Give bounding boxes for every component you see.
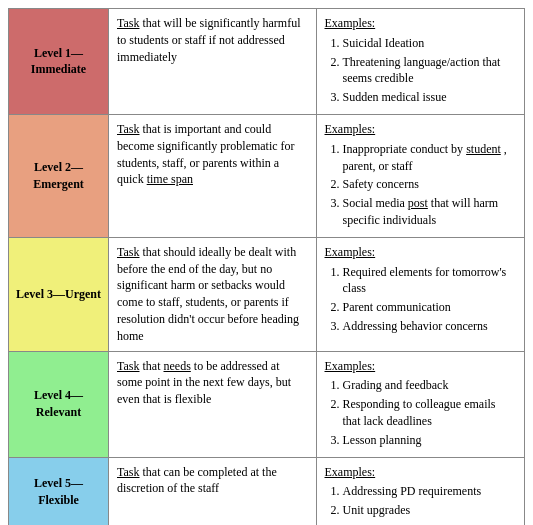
list-item: Addressing PD requirements [343, 483, 517, 500]
table-row: Level 2—Emergent Task that is important … [9, 115, 524, 238]
post-underline: post [408, 196, 428, 210]
level-5-examples: Examples: Addressing PD requirements Uni… [317, 458, 525, 525]
list-item: Parent communication [343, 299, 517, 316]
level-3-examples-label: Examples: [325, 244, 517, 261]
level-5-cell: Level 5—Flexible [9, 458, 109, 525]
level-5-label: Level 5—Flexible [15, 475, 102, 509]
task-word-1: Task [117, 16, 140, 30]
level-2-description: Task that is important and could become … [109, 115, 317, 237]
level-3-examples-list: Required elements for tomorrow's class P… [325, 264, 517, 335]
task-word-2: Task [117, 122, 140, 136]
task-word-4: Task [117, 359, 140, 373]
priority-table: Level 1—Immediate Task that will be sign… [8, 8, 525, 525]
level-2-examples-list: Inappropriate conduct by student , paren… [325, 141, 517, 229]
level-3-cell: Level 3—Urgent [9, 238, 109, 351]
needs-underline: needs [164, 359, 191, 373]
list-item: Sudden medical issue [343, 89, 517, 106]
level-2-label: Level 2—Emergent [15, 159, 102, 193]
level-2-examples-label: Examples: [325, 121, 517, 138]
level-5-description: Task that can be completed at the discre… [109, 458, 317, 525]
level-1-examples-list: Suicidal Ideation Threatening language/a… [325, 35, 517, 106]
task-word-5: Task [117, 465, 140, 479]
list-item: Lesson planning [343, 432, 517, 449]
level-4-desc-text: that [140, 359, 164, 373]
table-row: Level 4—Relevant Task that needs to be a… [9, 352, 524, 458]
level-1-desc-text: that will be significantly harmful to st… [117, 16, 300, 64]
list-item: Responding to colleague emails that lack… [343, 396, 517, 430]
list-item: Safety concerns [343, 176, 517, 193]
level-1-label: Level 1—Immediate [15, 45, 102, 79]
level-4-cell: Level 4—Relevant [9, 352, 109, 457]
level-1-description: Task that will be significantly harmful … [109, 9, 317, 114]
level-3-examples: Examples: Required elements for tomorrow… [317, 238, 525, 351]
table-row: Level 1—Immediate Task that will be sign… [9, 9, 524, 115]
level-3-desc-text: that should ideally be dealt with before… [117, 245, 299, 343]
list-item: Addressing behavior concerns [343, 318, 517, 335]
level-5-examples-label: Examples: [325, 464, 517, 481]
level-5-desc-text: that can be completed at the discretion … [117, 465, 277, 496]
list-item: Threatening language/action that seems c… [343, 54, 517, 88]
student-underline: student [466, 142, 501, 156]
level-4-examples: Examples: Grading and feedback Respondin… [317, 352, 525, 457]
level-4-description: Task that needs to be addressed at some … [109, 352, 317, 457]
level-4-label: Level 4—Relevant [15, 387, 102, 421]
level-2-desc-text: that is important and could become signi… [117, 122, 295, 186]
level-5-examples-list: Addressing PD requirements Unit upgrades [325, 483, 517, 519]
level-4-examples-list: Grading and feedback Responding to colle… [325, 377, 517, 448]
list-item: Social media post that will harm specifi… [343, 195, 517, 229]
list-item: Unit upgrades [343, 502, 517, 519]
level-3-label: Level 3—Urgent [16, 286, 101, 303]
level-3-description: Task that should ideally be dealt with b… [109, 238, 317, 351]
list-item: Inappropriate conduct by student , paren… [343, 141, 517, 175]
level-1-cell: Level 1—Immediate [9, 9, 109, 114]
list-item: Required elements for tomorrow's class [343, 264, 517, 298]
table-row: Level 5—Flexible Task that can be comple… [9, 458, 524, 525]
task-word-3: Task [117, 245, 140, 259]
table-row: Level 3—Urgent Task that should ideally … [9, 238, 524, 352]
time-span-underline: time span [147, 172, 193, 186]
level-1-examples: Examples: Suicidal Ideation Threatening … [317, 9, 525, 114]
list-item: Grading and feedback [343, 377, 517, 394]
level-2-cell: Level 2—Emergent [9, 115, 109, 237]
level-2-examples: Examples: Inappropriate conduct by stude… [317, 115, 525, 237]
list-item: Suicidal Ideation [343, 35, 517, 52]
level-1-examples-label: Examples: [325, 15, 517, 32]
level-4-examples-label: Examples: [325, 358, 517, 375]
